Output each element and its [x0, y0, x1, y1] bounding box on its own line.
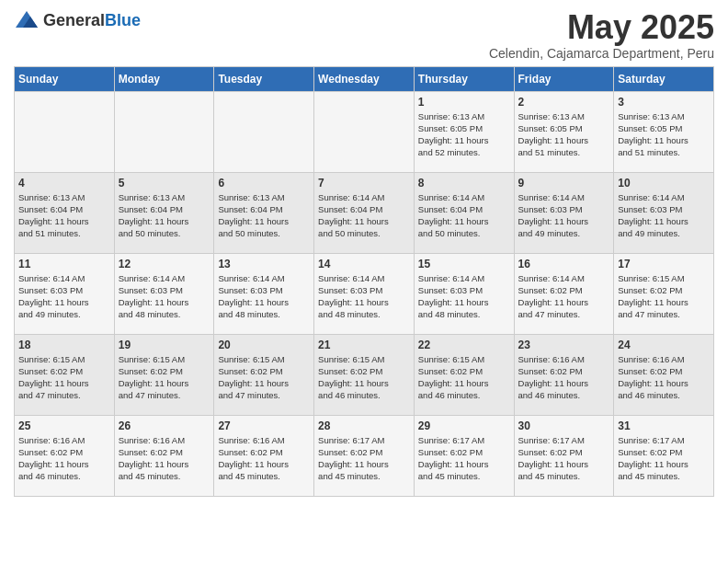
- day-number: 26: [119, 419, 210, 432]
- day-number: 6: [218, 177, 310, 190]
- calendar-cell: 8Sunrise: 6:14 AM Sunset: 6:04 PM Daylig…: [414, 172, 514, 253]
- day-number: 23: [518, 339, 610, 351]
- day-number: 21: [318, 339, 410, 351]
- calendar-cell: 4Sunrise: 6:13 AM Sunset: 6:04 PM Daylig…: [15, 172, 115, 253]
- day-number: 25: [18, 419, 110, 432]
- day-number: 9: [518, 177, 610, 190]
- month-title: May 2025: [489, 9, 714, 46]
- day-info: Sunrise: 6:17 AM Sunset: 6:02 PM Dayligh…: [418, 434, 510, 483]
- day-info: Sunrise: 6:17 AM Sunset: 6:02 PM Dayligh…: [618, 434, 710, 483]
- day-number: 22: [418, 339, 510, 351]
- logo: GeneralBlue: [14, 9, 141, 31]
- day-number: 3: [618, 96, 710, 109]
- calendar-cell: 7Sunrise: 6:14 AM Sunset: 6:04 PM Daylig…: [314, 172, 415, 253]
- weekday-header-tuesday: Tuesday: [214, 66, 314, 91]
- day-number: 1: [418, 96, 510, 109]
- calendar-cell: 14Sunrise: 6:14 AM Sunset: 6:03 PM Dayli…: [314, 253, 415, 334]
- day-info: Sunrise: 6:13 AM Sunset: 6:05 PM Dayligh…: [518, 110, 610, 159]
- calendar-cell: 3Sunrise: 6:13 AM Sunset: 6:05 PM Daylig…: [614, 91, 714, 172]
- weekday-header-monday: Monday: [114, 66, 214, 91]
- day-number: 17: [618, 258, 710, 270]
- calendar-cell: 1Sunrise: 6:13 AM Sunset: 6:05 PM Daylig…: [414, 91, 514, 172]
- day-info: Sunrise: 6:17 AM Sunset: 6:02 PM Dayligh…: [318, 434, 410, 483]
- calendar-cell: 24Sunrise: 6:16 AM Sunset: 6:02 PM Dayli…: [614, 334, 714, 415]
- calendar-week-1: 1Sunrise: 6:13 AM Sunset: 6:05 PM Daylig…: [15, 91, 714, 172]
- calendar-cell: 6Sunrise: 6:13 AM Sunset: 6:04 PM Daylig…: [214, 172, 314, 253]
- calendar-week-4: 18Sunrise: 6:15 AM Sunset: 6:02 PM Dayli…: [15, 334, 714, 415]
- calendar-cell: [114, 91, 214, 172]
- day-info: Sunrise: 6:16 AM Sunset: 6:02 PM Dayligh…: [119, 434, 210, 483]
- calendar-cell: 12Sunrise: 6:14 AM Sunset: 6:03 PM Dayli…: [114, 253, 214, 334]
- calendar-cell: 28Sunrise: 6:17 AM Sunset: 6:02 PM Dayli…: [314, 415, 415, 496]
- day-number: 10: [618, 177, 710, 190]
- calendar-week-3: 11Sunrise: 6:14 AM Sunset: 6:03 PM Dayli…: [15, 253, 714, 334]
- weekday-header-wednesday: Wednesday: [314, 66, 415, 91]
- day-number: 19: [119, 339, 210, 351]
- calendar-cell: 29Sunrise: 6:17 AM Sunset: 6:02 PM Dayli…: [414, 415, 514, 496]
- day-info: Sunrise: 6:13 AM Sunset: 6:04 PM Dayligh…: [119, 191, 210, 240]
- day-info: Sunrise: 6:13 AM Sunset: 6:05 PM Dayligh…: [618, 110, 710, 159]
- day-info: Sunrise: 6:14 AM Sunset: 6:03 PM Dayligh…: [218, 272, 310, 321]
- calendar-cell: 23Sunrise: 6:16 AM Sunset: 6:02 PM Dayli…: [514, 334, 614, 415]
- day-info: Sunrise: 6:14 AM Sunset: 6:04 PM Dayligh…: [318, 191, 410, 240]
- calendar-header: SundayMondayTuesdayWednesdayThursdayFrid…: [15, 66, 714, 91]
- day-info: Sunrise: 6:14 AM Sunset: 6:03 PM Dayligh…: [418, 272, 510, 321]
- weekday-header-friday: Friday: [514, 66, 614, 91]
- calendar-table: SundayMondayTuesdayWednesdayThursdayFrid…: [14, 66, 714, 497]
- day-number: 18: [18, 339, 110, 351]
- day-info: Sunrise: 6:16 AM Sunset: 6:02 PM Dayligh…: [218, 434, 310, 483]
- day-number: 30: [518, 419, 610, 432]
- calendar-cell: 21Sunrise: 6:15 AM Sunset: 6:02 PM Dayli…: [314, 334, 415, 415]
- day-number: 14: [318, 258, 410, 270]
- calendar-cell: [214, 91, 314, 172]
- calendar-cell: 31Sunrise: 6:17 AM Sunset: 6:02 PM Dayli…: [614, 415, 714, 496]
- day-number: 29: [418, 419, 510, 432]
- calendar-week-5: 25Sunrise: 6:16 AM Sunset: 6:02 PM Dayli…: [15, 415, 714, 496]
- day-info: Sunrise: 6:15 AM Sunset: 6:02 PM Dayligh…: [18, 353, 110, 402]
- weekday-header-sunday: Sunday: [15, 66, 115, 91]
- day-info: Sunrise: 6:14 AM Sunset: 6:02 PM Dayligh…: [518, 272, 610, 321]
- day-number: 8: [418, 177, 510, 190]
- weekday-header-saturday: Saturday: [614, 66, 714, 91]
- day-info: Sunrise: 6:16 AM Sunset: 6:02 PM Dayligh…: [618, 353, 710, 402]
- title-block: May 2025 Celendin, Cajamarca Department,…: [489, 9, 714, 61]
- day-info: Sunrise: 6:15 AM Sunset: 6:02 PM Dayligh…: [618, 272, 710, 321]
- day-number: 11: [18, 258, 110, 270]
- day-info: Sunrise: 6:15 AM Sunset: 6:02 PM Dayligh…: [119, 353, 210, 402]
- calendar-cell: 25Sunrise: 6:16 AM Sunset: 6:02 PM Dayli…: [15, 415, 115, 496]
- page-header: GeneralBlue May 2025 Celendin, Cajamarca…: [14, 9, 714, 61]
- logo-general: General: [43, 11, 105, 29]
- day-number: 12: [119, 258, 210, 270]
- calendar-cell: [314, 91, 415, 172]
- calendar-cell: 22Sunrise: 6:15 AM Sunset: 6:02 PM Dayli…: [414, 334, 514, 415]
- day-info: Sunrise: 6:17 AM Sunset: 6:02 PM Dayligh…: [518, 434, 610, 483]
- day-number: 16: [518, 258, 610, 270]
- day-info: Sunrise: 6:16 AM Sunset: 6:02 PM Dayligh…: [18, 434, 110, 483]
- weekday-header-row: SundayMondayTuesdayWednesdayThursdayFrid…: [15, 66, 714, 91]
- day-info: Sunrise: 6:15 AM Sunset: 6:02 PM Dayligh…: [218, 353, 310, 402]
- day-info: Sunrise: 6:15 AM Sunset: 6:02 PM Dayligh…: [418, 353, 510, 402]
- day-number: 24: [618, 339, 710, 351]
- day-info: Sunrise: 6:13 AM Sunset: 6:04 PM Dayligh…: [218, 191, 310, 240]
- calendar-cell: 15Sunrise: 6:14 AM Sunset: 6:03 PM Dayli…: [414, 253, 514, 334]
- day-info: Sunrise: 6:14 AM Sunset: 6:03 PM Dayligh…: [18, 272, 110, 321]
- calendar-cell: 16Sunrise: 6:14 AM Sunset: 6:02 PM Dayli…: [514, 253, 614, 334]
- calendar-cell: 18Sunrise: 6:15 AM Sunset: 6:02 PM Dayli…: [15, 334, 115, 415]
- day-info: Sunrise: 6:16 AM Sunset: 6:02 PM Dayligh…: [518, 353, 610, 402]
- calendar-cell: 2Sunrise: 6:13 AM Sunset: 6:05 PM Daylig…: [514, 91, 614, 172]
- calendar-body: 1Sunrise: 6:13 AM Sunset: 6:05 PM Daylig…: [15, 91, 714, 496]
- calendar-cell: 11Sunrise: 6:14 AM Sunset: 6:03 PM Dayli…: [15, 253, 115, 334]
- calendar-cell: 13Sunrise: 6:14 AM Sunset: 6:03 PM Dayli…: [214, 253, 314, 334]
- day-number: 4: [18, 177, 110, 190]
- day-info: Sunrise: 6:14 AM Sunset: 6:03 PM Dayligh…: [518, 191, 610, 240]
- location-subtitle: Celendin, Cajamarca Department, Peru: [489, 46, 714, 61]
- weekday-header-thursday: Thursday: [414, 66, 514, 91]
- day-info: Sunrise: 6:13 AM Sunset: 6:05 PM Dayligh…: [418, 110, 510, 159]
- day-info: Sunrise: 6:13 AM Sunset: 6:04 PM Dayligh…: [18, 191, 110, 240]
- day-info: Sunrise: 6:14 AM Sunset: 6:03 PM Dayligh…: [618, 191, 710, 240]
- calendar-cell: 26Sunrise: 6:16 AM Sunset: 6:02 PM Dayli…: [114, 415, 214, 496]
- logo-icon: [14, 9, 40, 31]
- logo-blue: Blue: [105, 11, 141, 29]
- day-info: Sunrise: 6:14 AM Sunset: 6:03 PM Dayligh…: [119, 272, 210, 321]
- calendar-cell: 27Sunrise: 6:16 AM Sunset: 6:02 PM Dayli…: [214, 415, 314, 496]
